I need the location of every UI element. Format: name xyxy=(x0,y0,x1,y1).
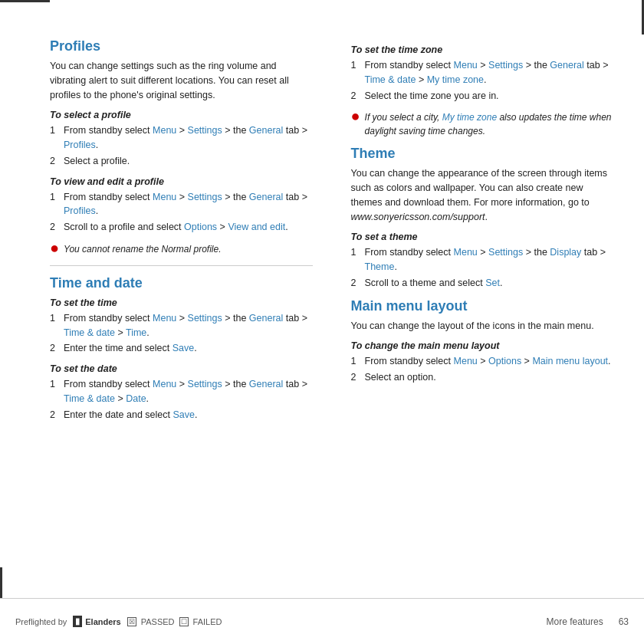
view-edit-link[interactable]: View and edit xyxy=(228,222,285,232)
options-link[interactable]: Options xyxy=(488,356,521,366)
step-text: Scroll to a theme and select Set. xyxy=(365,276,614,291)
step-text: From standby select Menu > Settings > th… xyxy=(64,123,313,153)
step-num: 2 xyxy=(50,154,61,169)
step-num: 1 xyxy=(351,245,362,274)
page-number: 63 xyxy=(619,616,629,627)
step-num: 2 xyxy=(351,370,362,385)
set-timezone-heading: To set the time zone xyxy=(351,44,614,55)
change-layout-heading: To change the main menu layout xyxy=(351,340,614,351)
failed-label: FAILED xyxy=(193,617,222,626)
profiles-link[interactable]: Profiles xyxy=(64,205,96,216)
menu-link[interactable]: Menu xyxy=(153,192,176,202)
footer-right: More features 63 xyxy=(547,616,629,627)
e-logo-icon: ▮ xyxy=(73,616,82,627)
step-text: Select the time zone you are in. xyxy=(365,89,614,104)
page-section: More features xyxy=(547,616,603,627)
time-link[interactable]: Time xyxy=(126,327,146,338)
profiles-title: Profiles xyxy=(50,38,313,54)
time-date-link[interactable]: Time & date xyxy=(64,327,115,338)
settings-link[interactable]: Settings xyxy=(188,379,222,389)
settings-link[interactable]: Settings xyxy=(188,192,222,202)
top-border-left xyxy=(0,0,50,2)
step-text: From standby select Menu > Options > Mai… xyxy=(365,354,614,369)
set-theme-list: 1 From standby select Menu > Settings > … xyxy=(351,245,614,290)
list-item: 1 From standby select Menu > Settings > … xyxy=(50,190,313,219)
set-link[interactable]: Set xyxy=(485,278,500,288)
step-text: From standby select Menu > Settings > th… xyxy=(64,377,313,406)
menu-link[interactable]: Menu xyxy=(454,60,478,71)
content-area: Profiles You can change settings such as… xyxy=(50,38,613,590)
select-profile-list: 1 From standby select Menu > Settings > … xyxy=(50,123,313,168)
list-item: 1 From standby select Menu > Settings > … xyxy=(351,58,614,87)
time-date-link[interactable]: Time & date xyxy=(64,393,115,404)
timezone-note: ● If you select a city, My time zone als… xyxy=(351,110,614,138)
general-link[interactable]: General xyxy=(249,313,283,324)
settings-link[interactable]: Settings xyxy=(488,247,523,258)
set-date-heading: To set the date xyxy=(50,363,313,374)
general-link[interactable]: General xyxy=(249,125,283,136)
passed-label: PASSED xyxy=(141,617,175,626)
my-timezone-note-link[interactable]: My time zone xyxy=(442,112,497,123)
failed-checkbox: ☐ xyxy=(179,617,189,626)
set-time-heading: To set the time xyxy=(50,297,313,308)
settings-link[interactable]: Settings xyxy=(188,125,222,136)
select-profile-heading: To select a profile xyxy=(50,110,313,120)
profiles-note: ● You cannot rename the Normal profile. xyxy=(50,242,313,256)
time-date-title: Time and date xyxy=(50,275,313,291)
list-item: 2 Scroll to a profile and select Options… xyxy=(50,220,313,235)
menu-link[interactable]: Menu xyxy=(153,125,176,136)
step-num: 1 xyxy=(50,123,61,153)
theme-title: Theme xyxy=(351,146,614,162)
step-text: From standby select Menu > Settings > th… xyxy=(365,58,614,87)
elanders-name: Elanders xyxy=(85,617,120,626)
note-icon: ● xyxy=(351,108,360,123)
elanders-logo: ▮ Elanders xyxy=(73,616,120,627)
note-text: If you select a city, My time zone also … xyxy=(365,110,613,138)
step-text: Enter the date and select Save. xyxy=(64,408,313,422)
list-item: 1 From standby select Menu > Settings > … xyxy=(50,123,313,153)
list-item: 1 From standby select Menu > Settings > … xyxy=(50,377,313,406)
step-num: 2 xyxy=(50,341,61,356)
step-num: 2 xyxy=(50,408,61,422)
step-text: Enter the time and select Save. xyxy=(64,341,313,356)
menu-link[interactable]: Menu xyxy=(454,247,478,258)
save-link[interactable]: Save xyxy=(172,343,195,353)
general-link[interactable]: General xyxy=(249,192,283,202)
step-text: Select a profile. xyxy=(64,154,313,169)
display-link[interactable]: Display xyxy=(550,247,581,258)
profiles-link[interactable]: Profiles xyxy=(64,140,96,150)
list-item: 1 From standby select Menu > Settings > … xyxy=(351,245,614,274)
main-menu-layout-link[interactable]: Main menu layout xyxy=(532,356,608,366)
step-text: From standby select Menu > Settings > th… xyxy=(64,311,313,340)
time-date-link[interactable]: Time & date xyxy=(365,74,416,85)
menu-link[interactable]: Menu xyxy=(153,379,176,389)
step-text: Scroll to a profile and select Options >… xyxy=(64,220,313,235)
footer: Preflighted by ▮ Elanders ☒ PASSED ☐ FAI… xyxy=(0,598,644,644)
footer-left: Preflighted by ▮ Elanders ☒ PASSED ☐ FAI… xyxy=(15,616,222,627)
step-num: 1 xyxy=(50,190,61,219)
save-link[interactable]: Save xyxy=(172,409,195,420)
set-date-list: 1 From standby select Menu > Settings > … xyxy=(50,377,313,422)
list-item: 1 From standby select Menu > Settings > … xyxy=(50,311,313,340)
section-divider xyxy=(50,265,313,266)
general-link[interactable]: General xyxy=(550,60,583,71)
date-link[interactable]: Date xyxy=(126,393,146,404)
menu-link[interactable]: Menu xyxy=(454,356,478,366)
options-link[interactable]: Options xyxy=(184,222,217,232)
set-theme-heading: To set a theme xyxy=(351,232,614,242)
my-timezone-link[interactable]: My time zone xyxy=(427,74,484,85)
list-item: 2 Select a profile. xyxy=(50,154,313,169)
step-num: 2 xyxy=(351,89,362,104)
step-text: Select an option. xyxy=(365,370,614,385)
menu-link[interactable]: Menu xyxy=(153,313,176,324)
passed-checkbox: ☒ xyxy=(127,617,136,626)
settings-link[interactable]: Settings xyxy=(488,60,523,71)
main-menu-layout-title: Main menu layout xyxy=(351,298,614,314)
general-link[interactable]: General xyxy=(249,379,283,389)
theme-link[interactable]: Theme xyxy=(365,261,395,272)
step-text: From standby select Menu > Settings > th… xyxy=(64,190,313,219)
change-layout-list: 1 From standby select Menu > Options > M… xyxy=(351,354,614,385)
step-text: From standby select Menu > Settings > th… xyxy=(365,245,614,274)
list-item: 2 Enter the date and select Save. xyxy=(50,408,313,422)
settings-link[interactable]: Settings xyxy=(188,313,222,324)
